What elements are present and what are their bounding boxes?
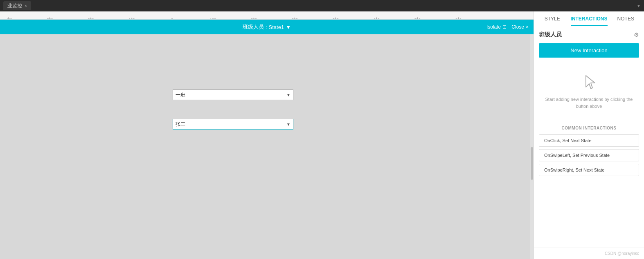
isolate-icon: ⊡ [502, 24, 507, 30]
dropdown2-arrow-icon: ▼ [286, 122, 290, 127]
dropdown2-value: 张三 [176, 121, 185, 128]
close-label: Close [511, 24, 524, 30]
component-state: State1 [269, 24, 284, 30]
ruler-mark: 100 [213, 17, 213, 19]
tab-label: 业监控 [7, 2, 22, 9]
ruler-mark: -400 [8, 17, 9, 19]
close-button[interactable]: Close × [511, 24, 529, 30]
onswipeleft-interaction-btn[interactable]: OnSwipeLeft, Set Previous State [539, 149, 639, 161]
panel-content: 班级人员 ⚙ New Interaction Start adding new … [534, 26, 644, 248]
tab-interactions[interactable]: INTERACTIONS [571, 13, 608, 26]
canvas-scrollbar[interactable] [530, 34, 534, 259]
dropdown1-arrow-icon: ▼ [286, 93, 290, 97]
ruler-mark: 300 [295, 17, 295, 19]
tab-bar: 业监控 × ▼ [0, 0, 644, 11]
settings-icon[interactable]: ⚙ [634, 31, 639, 38]
canvas-dropdown-student[interactable]: 张三 ▼ [173, 119, 293, 130]
onswiperight-interaction-btn[interactable]: OnSwipeRight, Set Next State [539, 164, 639, 176]
empty-state-text: Start adding new interactions by clickin… [543, 96, 635, 109]
ruler-mark: -100 [131, 17, 131, 19]
ruler-mark: -200 [90, 17, 90, 19]
close-icon: × [526, 24, 529, 30]
ruler: -400 -300 -200 -100 0 [0, 11, 534, 20]
empty-state-icon [579, 72, 599, 92]
panel-header: 班级人员 ⚙ [539, 31, 639, 38]
canvas-content[interactable]: 一班 ▼ 张三 ▼ [0, 34, 534, 259]
tab-style[interactable]: STYLE [534, 13, 571, 26]
new-interaction-button[interactable]: New Interaction [539, 43, 639, 58]
ruler-marks: -400 -300 -200 -100 0 [0, 11, 534, 19]
right-panel: STYLE INTERACTIONS NOTES 班级人员 ⚙ New Inte… [534, 11, 644, 259]
canvas-dropdown-class[interactable]: 一班 ▼ [173, 89, 293, 100]
ruler-mark: 500 [336, 17, 336, 19]
tab-notes[interactable]: NOTES [608, 13, 644, 26]
empty-state: Start adding new interactions by clickin… [539, 64, 639, 118]
ruler-mark: 600 [376, 17, 377, 19]
panel-title: 班级人员 [539, 31, 562, 38]
main-layout: -400 -300 -200 -100 0 [0, 11, 644, 259]
component-title: 班级人员 : State1 ▼ [243, 23, 291, 31]
component-dropdown-icon[interactable]: ▼ [286, 24, 291, 30]
watermark: CSDN @norayinsc [534, 248, 644, 259]
ruler-mark: 800 [458, 17, 459, 19]
ruler-mark: 700 [417, 17, 418, 19]
onclick-interaction-btn[interactable]: OnClick, Set Next State [539, 134, 639, 147]
ruler-mark: 0 [172, 17, 172, 19]
canvas-scrollbar-thumb[interactable] [531, 147, 533, 180]
ruler-mark: 200 [254, 17, 254, 19]
tab-item[interactable]: 业监控 × [3, 1, 31, 10]
ruler-mark: -300 [49, 17, 50, 19]
component-header: 班级人员 : State1 ▼ Isolate ⊡ Close × [0, 20, 534, 34]
dropdown1-value: 一班 [176, 92, 185, 98]
component-name: 班级人员 [243, 23, 264, 31]
component-separator: : [266, 24, 267, 30]
isolate-label: Isolate [486, 24, 501, 30]
canvas-area: -400 -300 -200 -100 0 [0, 11, 534, 259]
isolate-button[interactable]: Isolate ⊡ [486, 24, 507, 30]
tab-close-icon[interactable]: × [25, 4, 27, 8]
component-actions: Isolate ⊡ Close × [486, 24, 529, 30]
common-interactions-label: COMMON INTERACTIONS [539, 126, 639, 130]
scrollbar-indicator: ▼ [637, 4, 641, 8]
panel-tabs: STYLE INTERACTIONS NOTES [534, 11, 644, 26]
